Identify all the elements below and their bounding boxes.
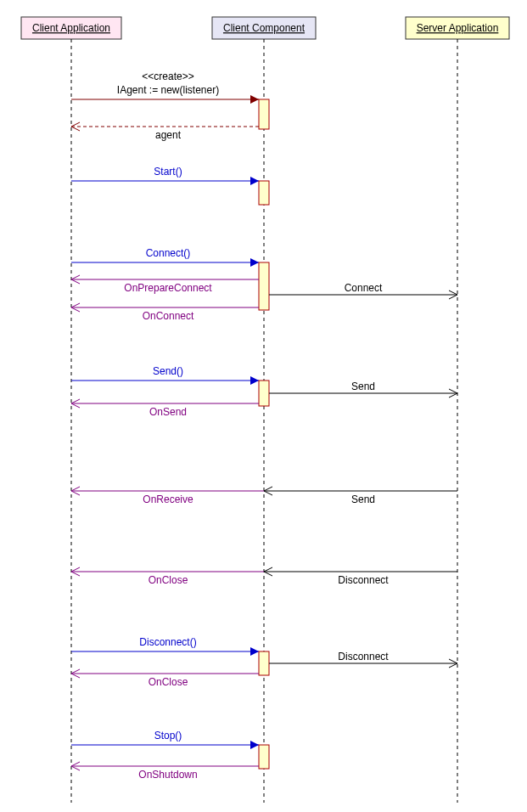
arrowhead-create (250, 95, 259, 104)
activation-connect (259, 262, 269, 310)
arrowhead-connect (250, 258, 259, 267)
msg-connect-server: Connect (345, 282, 383, 294)
arrowhead-start (250, 177, 259, 185)
msg-disconnect: Disconnect() (139, 636, 196, 648)
participant-client-comp-label: Client Component (223, 22, 306, 34)
arrowhead-stop (250, 741, 259, 749)
msg-connect: Connect() (146, 247, 191, 259)
activation-start (259, 181, 269, 205)
activation-send (259, 381, 269, 406)
msg-onprepareconnect: OnPrepareConnect (124, 282, 212, 294)
msg-onclose1: OnClose (149, 574, 188, 586)
msg-send-server: Send (351, 381, 375, 392)
msg-start: Start() (154, 166, 182, 178)
msg-onconnect: OnConnect (143, 310, 194, 322)
msg-stop: Stop() (154, 730, 182, 742)
msg-onsend: OnSend (149, 406, 187, 418)
msg-create-stereo: <<create>> (142, 70, 193, 82)
msg-onshutdown: OnShutdown (138, 769, 197, 781)
activation-disconnect (259, 651, 269, 675)
arrowhead-send (250, 376, 259, 385)
activation-create (259, 99, 269, 129)
msg-create-return: agent (155, 129, 182, 141)
msg-onreceive: OnReceive (143, 493, 193, 505)
msg-server-disconnect: Disconnect (338, 574, 389, 586)
msg-disconnect-server: Disconnect (338, 651, 389, 663)
msg-server-send: Send (351, 493, 375, 505)
sequence-diagram: Client Application Client Component Serv… (0, 0, 527, 812)
msg-create-label: IAgent := new(listener) (117, 84, 219, 96)
msg-send: Send() (153, 365, 183, 377)
msg-onclose2: OnClose (149, 676, 188, 688)
arrowhead-disconnect (250, 647, 259, 656)
participant-server-app-label: Server Application (417, 22, 499, 34)
participant-client-app-label: Client Application (32, 22, 110, 34)
activation-stop (259, 745, 269, 769)
